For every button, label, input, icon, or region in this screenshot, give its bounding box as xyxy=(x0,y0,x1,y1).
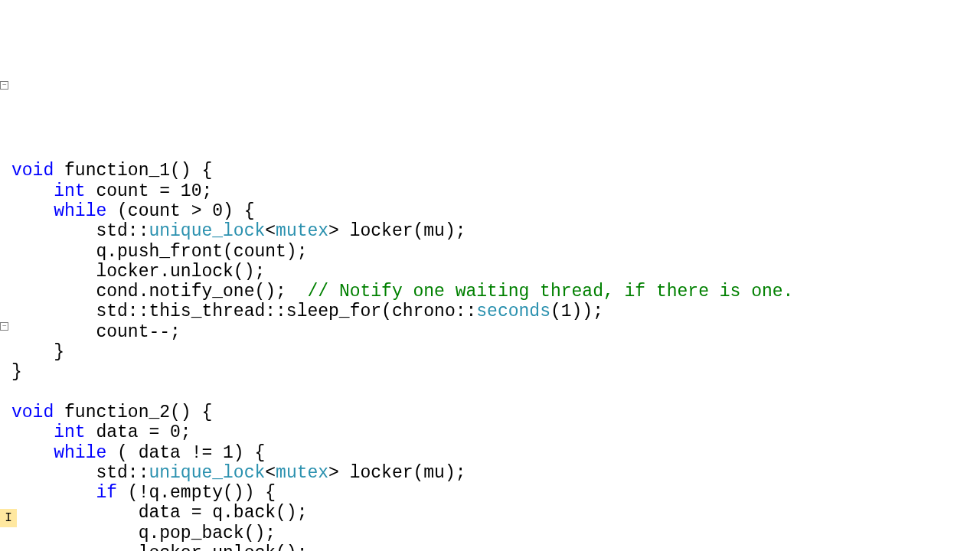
caret-line-indicator-icon: I xyxy=(0,509,17,527)
code-container[interactable]: void function_1() { int count = 10; whil… xyxy=(11,161,980,551)
code-line[interactable]: data = q.back(); xyxy=(11,503,980,523)
code-line[interactable]: if (!q.empty()) { xyxy=(11,483,980,503)
code-line[interactable]: void function_1() { xyxy=(11,161,980,181)
code-line[interactable]: } xyxy=(11,362,980,382)
code-line[interactable]: std::this_thread::sleep_for(chrono::seco… xyxy=(11,302,980,321)
code-line[interactable]: void function_2() { xyxy=(11,403,980,422)
code-line[interactable]: while (count > 0) { xyxy=(11,201,980,221)
code-line[interactable]: locker.unlock(); xyxy=(11,543,980,551)
code-line[interactable]: q.push_front(count); xyxy=(11,242,980,262)
code-line[interactable]: std::unique_lock<mutex> locker(mu); xyxy=(11,463,980,483)
code-line[interactable]: int data = 0; xyxy=(11,422,980,442)
code-line[interactable]: int count = 10; xyxy=(11,181,980,201)
code-line[interactable]: while ( data != 1) { xyxy=(11,443,980,463)
code-line[interactable]: q.pop_back(); xyxy=(11,523,980,543)
fold-gutter xyxy=(0,80,9,551)
code-line[interactable] xyxy=(11,383,980,403)
code-line[interactable]: std::unique_lock<mutex> locker(mu); xyxy=(11,221,980,241)
code-line[interactable]: } xyxy=(11,342,980,362)
code-line[interactable]: locker.unlock(); xyxy=(11,262,980,282)
code-line[interactable]: count--; xyxy=(11,322,980,342)
fold-toggle-icon[interactable] xyxy=(0,81,8,90)
code-line[interactable]: cond.notify_one(); // Notify one waiting… xyxy=(11,282,980,302)
fold-toggle-icon[interactable] xyxy=(0,322,8,331)
code-editor[interactable]: I void function_1() { int count = 10; wh… xyxy=(0,80,980,551)
